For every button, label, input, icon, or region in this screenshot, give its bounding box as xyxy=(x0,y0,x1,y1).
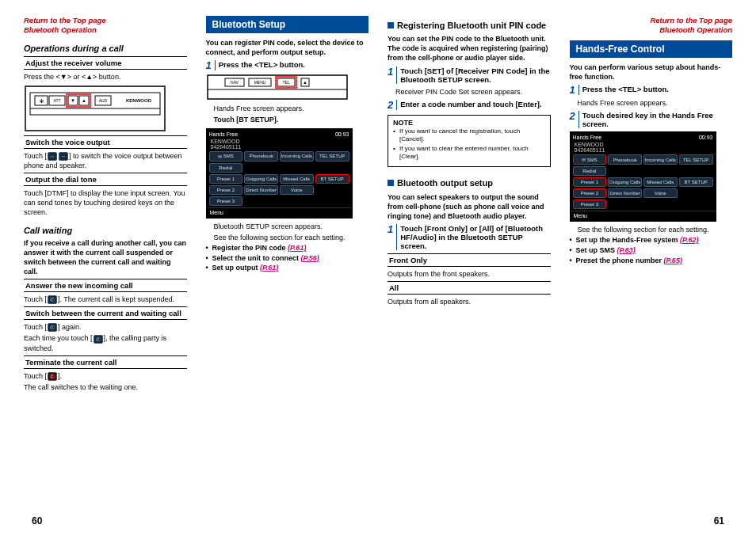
section-link-r[interactable]: Bluetooth Operation xyxy=(570,25,733,35)
switch-icon-2: ✆ xyxy=(94,335,103,344)
column-4: Return to the Top page Bluetooth Operati… xyxy=(570,16,733,499)
see-following-4: See the following section for each setti… xyxy=(578,225,733,234)
btsetup-button-2[interactable]: BT SETUP xyxy=(679,177,713,187)
preset1-button-hl[interactable]: Preset 1 xyxy=(573,177,607,187)
svg-text:KENWOOD: KENWOOD xyxy=(126,98,152,103)
redial-button[interactable]: Redial xyxy=(209,163,243,173)
svg-text:▲: ▲ xyxy=(303,80,307,85)
bullet-register-pin: Register the PIN code (P.61) xyxy=(206,244,369,253)
outgoing-button-2[interactable]: Outgoing Calls xyxy=(608,177,642,187)
preset3-button-hl[interactable]: Preset 3 xyxy=(573,200,607,209)
voice-button[interactable]: Voice xyxy=(280,185,314,195)
link-p63[interactable]: (P.63) xyxy=(617,246,636,254)
adjust-volume-head: Adjust the receiver volume xyxy=(24,56,187,70)
hf-screen-appears: Hands Free screen appears. xyxy=(214,104,369,113)
blue-square-icon xyxy=(388,22,394,29)
svg-text:▼: ▼ xyxy=(71,98,75,103)
terminate-body-2: The call switches to the waiting one. xyxy=(24,382,187,392)
bluetooth-setup-heading: Bluetooth Setup xyxy=(206,16,369,33)
section-link[interactable]: Bluetooth Operation xyxy=(24,25,187,35)
link-p56[interactable]: (P.56) xyxy=(301,254,319,262)
voice-switch-icon-1: ↔ xyxy=(48,152,57,161)
output-dial-body: Touch [DTMF] to display the tone input s… xyxy=(24,188,187,217)
preset2-button-hl[interactable]: Preset 2 xyxy=(573,188,607,198)
hf-step1-sub: Hands Free screen appears. xyxy=(578,98,733,108)
preset1-button[interactable]: Preset 1 xyxy=(209,174,243,184)
menu-bar[interactable]: Menu xyxy=(208,207,351,217)
svg-text:ATT: ATT xyxy=(53,98,60,103)
handsfree-screen-1: Hands Free00:93 KENWOOD0426465111 ✉SMS P… xyxy=(206,128,353,219)
page-number-right: 61 xyxy=(714,515,724,526)
register-pin-heading: Registering Bluetooth unit PIN code xyxy=(388,21,551,31)
top-links-right: Return to the Top page Bluetooth Operati… xyxy=(570,16,733,36)
link-p62[interactable]: (P.62) xyxy=(680,236,698,244)
all-head: All xyxy=(388,281,551,295)
incoming-button-2[interactable]: Incoming Calls xyxy=(643,154,678,165)
front-only-head: Front Only xyxy=(388,253,551,267)
bt-setup-intro: You can register PIN code, select the de… xyxy=(206,38,369,57)
redial-button-2[interactable]: Redial xyxy=(573,166,607,176)
return-link[interactable]: Return to the Top page xyxy=(24,16,187,25)
direct-button[interactable]: Direct Number xyxy=(244,185,278,195)
sms-button-hl[interactable]: ✉SMS xyxy=(573,154,607,165)
call-waiting-heading: Call waiting xyxy=(24,226,187,235)
hf-intro: You can perform various setup about hand… xyxy=(570,63,733,82)
missed-button-2[interactable]: Missed Calls xyxy=(643,177,678,187)
terminate-body: Touch [✆]. xyxy=(24,371,187,381)
bullet-select-unit: Select the unit to connect (P.56) xyxy=(206,254,369,264)
receiver-panel-image: ⏻ ATT ▼ ▲ AUD KENWOOD xyxy=(24,85,166,132)
handsfree-control-heading: Hands-Free Control xyxy=(570,40,733,58)
switch-voice-head: Switch the voice output xyxy=(24,135,187,149)
switch-between-head: Switch between the current and waiting c… xyxy=(24,306,187,320)
svg-text:TEL: TEL xyxy=(282,80,289,85)
note-2: If you want to clear the entered number,… xyxy=(393,145,545,162)
setup-appears: Bluetooth SETUP screen appears. xyxy=(214,222,369,231)
column-2: Bluetooth Setup You can register PIN cod… xyxy=(206,16,369,499)
note-1: If you want to cancel the registration, … xyxy=(393,127,545,144)
telsetup-button-hl[interactable]: TEL SETUP xyxy=(679,154,713,165)
answer-new-head: Answer the new incoming call xyxy=(24,279,187,292)
incoming-button[interactable]: Incoming Calls xyxy=(280,151,314,162)
ops-during-call-heading: Operations during a call xyxy=(24,44,187,53)
svg-text:▲: ▲ xyxy=(82,98,86,103)
phonebook-button[interactable]: Phonebook xyxy=(244,151,278,162)
top-links-left: Return to the Top page Bluetooth Operati… xyxy=(24,16,187,36)
bullet-sms: Set up SMS (P.63) xyxy=(570,246,733,256)
bt-step-1: 1 Press the <TEL> button. xyxy=(206,60,369,70)
bt-output-heading: Bluetooth output setup xyxy=(388,178,551,188)
link-p61-a[interactable]: (P.61) xyxy=(288,244,306,252)
direct-button-2[interactable]: Direct Number xyxy=(608,188,642,198)
preset3-button[interactable]: Preset 3 xyxy=(209,196,243,206)
bt-output-body: You can select speakers to output the so… xyxy=(388,192,551,221)
link-p61-b[interactable]: (P.61) xyxy=(260,264,278,272)
switch-body-1: Touch [✆] again. xyxy=(24,322,187,332)
missed-button[interactable]: Missed Calls xyxy=(280,174,314,184)
svg-text:AUD: AUD xyxy=(99,98,108,103)
voice-switch-icon-2: ↔ xyxy=(59,152,68,161)
voice-button-2[interactable]: Voice xyxy=(643,188,678,198)
column-3: Registering Bluetooth unit PIN code You … xyxy=(388,16,551,499)
answer-new-body: Touch [✆]. The current call is kept susp… xyxy=(24,295,187,304)
see-following-2: See the following section for each setti… xyxy=(214,233,369,242)
preset2-button[interactable]: Preset 2 xyxy=(209,185,243,195)
svg-text:⏻: ⏻ xyxy=(40,98,44,103)
btsetup-button-hl[interactable]: BT SETUP xyxy=(315,174,349,184)
pin-step-1: 1 Touch [SET] of [Receiver PIN Code] in … xyxy=(388,67,551,84)
link-p65[interactable]: (P.65) xyxy=(664,257,682,264)
bullet-preset-phone: Preset the phone number (P.65) xyxy=(570,257,733,266)
blue-square-icon-2 xyxy=(388,180,394,186)
output-step-1: 1 Touch [Front Only] or [All] of [Blueto… xyxy=(388,224,551,250)
telsetup-button[interactable]: TEL SETUP xyxy=(315,151,349,162)
handsfree-screen-2: Hands Free00:93 KENWOOD0426465111 ✉SMS P… xyxy=(570,131,716,222)
call-waiting-body: If you receive a call during another cal… xyxy=(24,238,187,277)
pin-step-2: 2 Enter a code number and touch [Enter]. xyxy=(388,100,551,110)
register-pin-body: You can set the PIN code to the Bluetoot… xyxy=(388,34,551,63)
all-body: Outputs from all speakers. xyxy=(388,297,551,306)
phonebook-button-2[interactable]: Phonebook xyxy=(608,154,642,165)
press-volume-text: Press the <▼> or <▲> button. xyxy=(24,72,187,82)
sms-button[interactable]: ✉SMS xyxy=(209,151,243,162)
column-1: Return to the Top page Bluetooth Operati… xyxy=(24,16,187,499)
menu-bar-2[interactable]: Menu xyxy=(571,211,715,220)
outgoing-button[interactable]: Outgoing Calls xyxy=(244,174,278,184)
return-link-r[interactable]: Return to the Top page xyxy=(570,16,733,25)
